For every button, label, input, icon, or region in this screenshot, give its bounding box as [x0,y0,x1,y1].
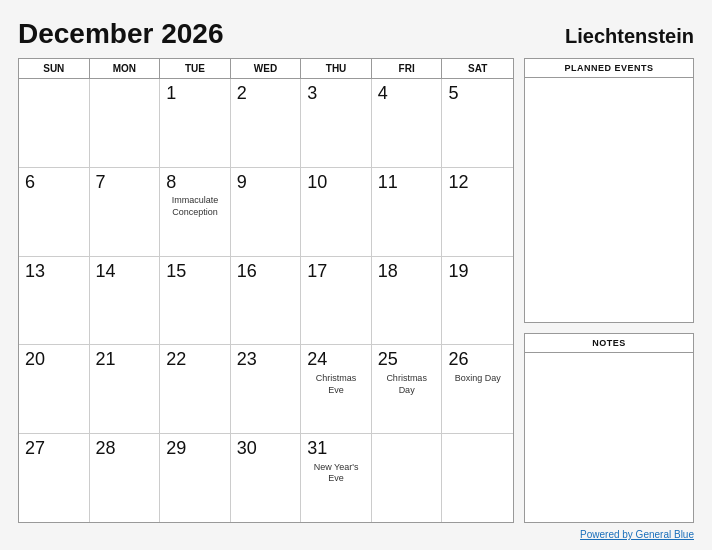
day-number: 1 [166,83,224,105]
day-number: 6 [25,172,83,194]
day-number: 21 [96,349,154,371]
day-number: 12 [448,172,507,194]
powered-by-link[interactable]: Powered by General Blue [580,529,694,540]
day-number: 31 [307,438,365,460]
calendar-cell: 4 [372,79,443,167]
day-number: 13 [25,261,83,283]
calendar-cell: 31New Year's Eve [301,434,372,522]
day-number: 17 [307,261,365,283]
footer: Powered by General Blue [18,529,694,540]
notes-title: NOTES [525,334,693,353]
calendar-cell: 9 [231,168,302,256]
calendar-cell: 3 [301,79,372,167]
calendar-week-0: 12345 [19,79,513,168]
day-of-week-tue: TUE [160,59,231,78]
day-of-week-wed: WED [231,59,302,78]
day-number: 26 [448,349,507,371]
planned-events-title: PLANNED EVENTS [525,59,693,78]
sidebar: PLANNED EVENTS NOTES [524,58,694,523]
event-label: Christmas Day [378,373,436,396]
country-title: Liechtenstein [565,25,694,48]
calendar-cell: 21 [90,345,161,433]
notes-content [525,353,693,522]
calendar-cell: 22 [160,345,231,433]
calendar-cell: 27 [19,434,90,522]
month-year-title: December 2026 [18,18,223,50]
calendar-cell: 24Christmas Eve [301,345,372,433]
calendar-cell: 25Christmas Day [372,345,443,433]
day-number: 2 [237,83,295,105]
day-number: 8 [166,172,224,194]
event-label: Boxing Day [448,373,507,385]
day-number: 23 [237,349,295,371]
event-label: New Year's Eve [307,462,365,485]
calendar-cell [372,434,443,522]
day-number: 15 [166,261,224,283]
day-number: 16 [237,261,295,283]
calendar-cell [442,434,513,522]
calendar-week-2: 13141516171819 [19,257,513,346]
calendar-cell: 13 [19,257,90,345]
day-number: 19 [448,261,507,283]
event-label: Immaculate Conception [166,195,224,218]
day-number: 3 [307,83,365,105]
calendar-cell: 16 [231,257,302,345]
day-of-week-fri: FRI [372,59,443,78]
day-number: 24 [307,349,365,371]
event-label: Christmas Eve [307,373,365,396]
day-number: 29 [166,438,224,460]
calendar-cell: 17 [301,257,372,345]
calendar-cell: 19 [442,257,513,345]
day-number: 18 [378,261,436,283]
calendar-cell: 11 [372,168,443,256]
calendar-cell: 8Immaculate Conception [160,168,231,256]
day-number: 20 [25,349,83,371]
day-number: 27 [25,438,83,460]
calendar-cell: 30 [231,434,302,522]
calendar-week-1: 678Immaculate Conception9101112 [19,168,513,257]
calendar-cell: 26Boxing Day [442,345,513,433]
calendar-week-3: 2021222324Christmas Eve25Christmas Day26… [19,345,513,434]
calendar-cell: 10 [301,168,372,256]
day-of-week-sun: SUN [19,59,90,78]
day-number: 11 [378,172,436,194]
calendar-cell: 18 [372,257,443,345]
main-content: SUNMONTUEWEDTHUFRISAT 12345678Immaculate… [18,58,694,523]
calendar-cell: 15 [160,257,231,345]
calendar-cell: 28 [90,434,161,522]
calendar-cell: 6 [19,168,90,256]
calendar-cell [90,79,161,167]
calendar-cell: 23 [231,345,302,433]
calendar-cell: 1 [160,79,231,167]
calendar-cell: 29 [160,434,231,522]
calendar-cell: 14 [90,257,161,345]
page: December 2026 Liechtenstein SUNMONTUEWED… [0,0,712,550]
day-of-week-mon: MON [90,59,161,78]
calendar-body: 12345678Immaculate Conception91011121314… [19,79,513,522]
day-number: 4 [378,83,436,105]
day-number: 30 [237,438,295,460]
calendar-cell: 12 [442,168,513,256]
calendar-cell: 7 [90,168,161,256]
calendar-cell: 2 [231,79,302,167]
day-of-week-thu: THU [301,59,372,78]
calendar: SUNMONTUEWEDTHUFRISAT 12345678Immaculate… [18,58,514,523]
day-number: 25 [378,349,436,371]
calendar-header: SUNMONTUEWEDTHUFRISAT [19,59,513,79]
day-number: 22 [166,349,224,371]
day-number: 14 [96,261,154,283]
planned-events-box: PLANNED EVENTS [524,58,694,323]
planned-events-content [525,78,693,322]
calendar-cell: 20 [19,345,90,433]
day-number: 10 [307,172,365,194]
calendar-cell [19,79,90,167]
day-number: 28 [96,438,154,460]
day-number: 9 [237,172,295,194]
calendar-cell: 5 [442,79,513,167]
day-of-week-sat: SAT [442,59,513,78]
calendar-week-4: 2728293031New Year's Eve [19,434,513,522]
day-number: 7 [96,172,154,194]
day-number: 5 [448,83,507,105]
notes-box: NOTES [524,333,694,523]
header: December 2026 Liechtenstein [18,18,694,50]
